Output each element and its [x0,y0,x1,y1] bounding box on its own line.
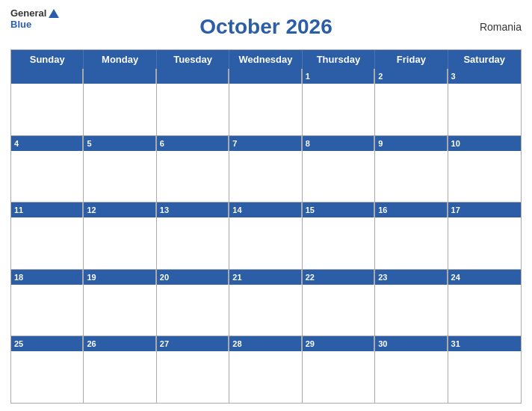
logo-general-text: General [10,7,46,19]
day-cell-3-3: 21 [229,270,302,336]
day-body-3-0 [11,285,83,336]
day-body-4-3 [229,351,301,403]
day-cell-2-0: 11 [11,203,84,269]
day-number-0-2 [157,69,229,84]
day-cell-0-2 [157,69,229,135]
week-row-3: 18192021222324 [11,269,521,336]
week-row-1: 45678910 [11,135,521,203]
day-body-4-6 [448,351,521,403]
week-row-4: 25262728293031 [11,336,521,403]
day-number-3-2: 20 [157,270,229,285]
day-cell-3-2: 20 [157,270,229,336]
day-number-2-5: 16 [375,203,447,217]
day-number-2-6: 17 [448,203,521,217]
header-saturday: Saturday [448,50,521,69]
day-number-4-0: 25 [11,336,83,351]
header-sunday: Sunday [11,50,84,69]
day-cell-4-5: 30 [375,336,448,403]
logo-blue-text: Blue [10,19,31,30]
calendar-grid: Sunday Monday Tuesday Wednesday Thursday… [10,49,522,404]
day-cell-0-1 [84,69,156,135]
header-monday: Monday [84,50,156,69]
day-number-4-6: 31 [448,336,521,351]
day-body-1-1 [84,151,155,203]
day-cell-2-4: 15 [303,203,375,269]
day-number-2-1: 12 [84,203,155,217]
day-number-2-0: 11 [11,203,83,217]
day-body-4-1 [84,351,155,403]
day-cell-0-6: 3 [448,69,521,135]
calendar-body: 1234567891011121314151617181920212223242… [11,69,521,403]
day-number-3-1: 19 [84,270,155,285]
day-cell-2-1: 12 [84,203,156,269]
week-row-2: 11121314151617 [11,202,521,269]
day-cell-4-6: 31 [448,336,521,403]
day-body-1-2 [157,151,229,203]
day-cell-3-5: 23 [375,270,448,336]
day-number-0-4: 1 [303,69,374,84]
day-number-4-3: 28 [229,336,301,351]
day-body-4-5 [375,351,447,403]
day-cell-2-3: 14 [229,203,302,269]
day-number-4-1: 26 [84,336,155,351]
day-cell-1-1: 5 [84,136,156,203]
header-friday: Friday [375,50,448,69]
header-thursday: Thursday [303,50,375,69]
day-body-2-1 [84,217,155,269]
day-cell-0-3 [229,69,302,135]
day-cell-1-5: 9 [375,136,448,203]
calendar-page: General Blue October 2026 Romania Sunday… [0,0,532,411]
day-number-0-0 [11,69,83,84]
day-cell-0-5: 2 [375,69,448,135]
day-body-2-2 [157,217,229,269]
day-number-4-4: 29 [303,336,374,351]
logo-icon: General Blue [10,7,60,30]
day-number-1-4: 8 [303,136,374,151]
day-body-0-1 [84,84,155,135]
day-body-0-2 [157,84,229,135]
header-tuesday: Tuesday [157,50,229,69]
day-number-1-6: 10 [448,136,521,151]
day-body-3-4 [303,285,374,336]
day-number-3-6: 24 [448,270,521,285]
day-number-3-0: 18 [11,270,83,285]
day-number-4-2: 27 [157,336,229,351]
day-body-1-3 [229,151,301,203]
day-number-3-4: 22 [303,270,374,285]
country-label: Romania [480,21,522,33]
day-number-2-3: 14 [229,203,301,217]
day-body-0-3 [229,84,301,135]
day-body-2-6 [448,217,521,269]
day-body-0-4 [303,84,374,135]
day-body-3-1 [84,285,155,336]
day-number-1-0: 4 [11,136,83,151]
day-number-1-5: 9 [375,136,447,151]
day-cell-4-0: 25 [11,336,84,403]
day-body-2-4 [303,217,374,269]
day-number-0-6: 3 [448,69,521,84]
day-body-4-0 [11,351,83,403]
day-body-1-0 [11,151,83,203]
day-cell-3-0: 18 [11,270,84,336]
day-body-2-5 [375,217,447,269]
day-cell-1-6: 10 [448,136,521,203]
day-cell-1-3: 7 [229,136,302,203]
day-cell-2-5: 16 [375,203,448,269]
day-cell-2-6: 17 [448,203,521,269]
day-body-3-5 [375,285,447,336]
day-body-0-6 [448,84,521,135]
day-body-2-0 [11,217,83,269]
day-cell-1-0: 4 [11,136,84,203]
day-cell-0-4: 1 [303,69,375,135]
day-number-0-5: 2 [375,69,447,84]
day-number-1-3: 7 [229,136,301,151]
day-body-1-6 [448,151,521,203]
day-number-1-1: 5 [84,136,155,151]
day-body-0-0 [11,84,83,135]
day-body-4-4 [303,351,374,403]
day-body-3-2 [157,285,229,336]
logo-triangle-icon [48,8,60,19]
day-cell-2-2: 13 [157,203,229,269]
day-body-3-6 [448,285,521,336]
svg-marker-0 [49,9,59,18]
